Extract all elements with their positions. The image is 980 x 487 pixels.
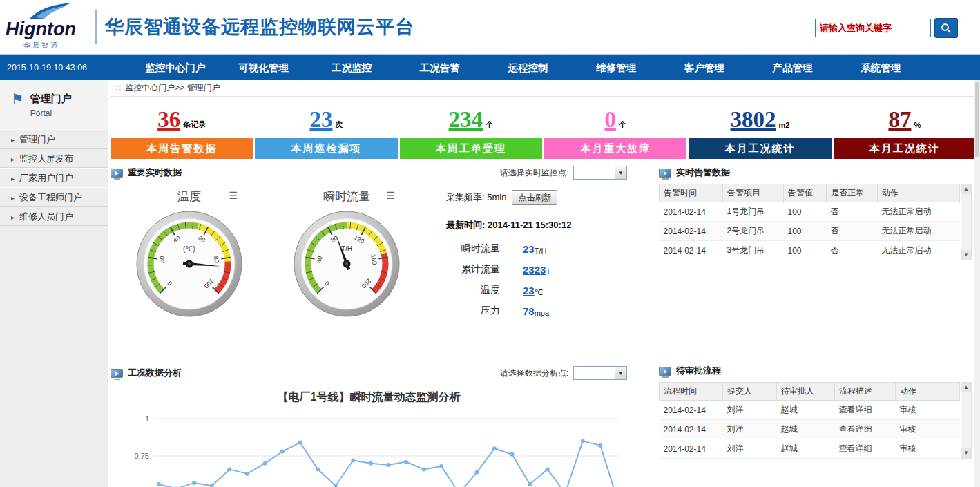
main-area: ∷ 监控中心门户>> 管理门户 36条记录本周告警数据23次本周巡检漏项234个… — [108, 80, 980, 487]
alarm-section-title: 实时告警数据 — [676, 166, 730, 179]
alarm-table-scrollbar[interactable]: ▲ ▼ — [961, 184, 972, 260]
nav-menu: 监控中心门户可视化管理工况监控工况告警远程控制维修管理客户管理产品管理系统管理 — [131, 61, 925, 75]
temperature-gauge: 温度 ☰ 020406080100(℃) — [111, 183, 268, 357]
analysis-point-selector: 请选择数据分析点: ▼ — [500, 366, 627, 380]
analysis-point-select[interactable]: ▼ — [573, 366, 627, 380]
main-nav: 2015-10-19 10:43:06 监控中心门户可视化管理工况监控工况告警远… — [0, 55, 980, 80]
svg-text:1: 1 — [145, 414, 149, 423]
portal-subtitle: Portal — [30, 108, 72, 118]
table-row[interactable]: 2014-02-142号龙门吊100否无法正常启动 — [660, 222, 960, 241]
flow-gauge: 瞬时流量 ☰ 04080120160200T/H — [268, 183, 425, 357]
nav-timestamp: 2015-10-19 10:43:06 — [0, 63, 131, 73]
column-header: 告警项目 — [723, 184, 784, 202]
reading-value[interactable]: 23 — [523, 243, 535, 255]
stat-value: 0 — [604, 108, 616, 131]
search-input[interactable] — [815, 19, 931, 37]
portal-title: 管理门户 — [30, 93, 72, 106]
nav-item[interactable]: 远程控制 — [484, 61, 573, 75]
svg-text:0.75: 0.75 — [135, 452, 149, 460]
sidebar-item[interactable]: ▸监控大屏发布 — [0, 149, 108, 168]
search-button[interactable] — [934, 18, 958, 38]
sidebar-item[interactable]: ▸厂家用户门户 — [0, 168, 108, 187]
approval-section-header: 待审批流程 — [659, 362, 972, 380]
left-column: 重要实时数据 请选择实时监控点: ▼ 温度 ☰ — [111, 164, 627, 487]
stat-label: 本月工况统计 — [834, 138, 976, 159]
stat-unit: 次 — [335, 120, 343, 130]
stat-value: 3802 — [731, 108, 776, 131]
stat-card[interactable]: 23次本周巡检漏项 — [255, 102, 397, 159]
sidebar-menu: ▸管理门户▸监控大屏发布▸厂家用户门户▸设备工程师门户▸维修人员门户 — [0, 129, 108, 226]
logo: Hignton 华辰智通 — [0, 2, 91, 52]
line-chart: 10.750.5value — [111, 405, 625, 487]
table-row[interactable]: 2014-02-14刘洋赵城查看详细审核 — [660, 401, 960, 420]
scroll-up-icon[interactable]: ▲ — [961, 184, 971, 194]
approval-section-title: 待审批流程 — [676, 365, 721, 377]
monitor-point-selector: 请选择实时监控点: ▼ — [500, 166, 627, 180]
monitor-icon — [659, 169, 671, 178]
nav-item[interactable]: 客户管理 — [660, 61, 749, 75]
latest-time: 最新时间: 2014-11-21 15:30:12 — [446, 219, 627, 238]
table-row[interactable]: 2014-02-14刘洋赵城查看详细审核 — [660, 439, 960, 459]
page-scrollbar-thumb[interactable] — [975, 82, 979, 157]
reading-value[interactable]: 23 — [523, 285, 535, 296]
nav-item[interactable]: 工况告警 — [396, 61, 484, 75]
temperature-gauge-dial: 020406080100(℃) — [134, 209, 244, 319]
column-header: 流程时间 — [660, 383, 723, 401]
sidebar-item[interactable]: ▸管理门户 — [0, 129, 108, 149]
table-row[interactable]: 2014-02-141号龙门吊100否无法正常启动 — [660, 202, 960, 222]
column-header: 流程描述 — [835, 383, 896, 401]
reading-value[interactable]: 2323 — [523, 264, 546, 276]
nav-item[interactable]: 监控中心门户 — [131, 61, 220, 75]
page-scrollbar[interactable] — [974, 80, 980, 487]
nav-item[interactable]: 维修管理 — [572, 61, 660, 75]
scroll-up-icon[interactable]: ▲ — [961, 383, 971, 392]
table-row[interactable]: 2014-02-143号龙门吊100否无法正常启动 — [660, 241, 960, 260]
sidebar: ⚑ 管理门户 Portal ▸管理门户▸监控大屏发布▸厂家用户门户▸设备工程师门… — [0, 80, 108, 487]
stat-card[interactable]: 36条记录本周告警数据 — [111, 102, 253, 159]
gauge-title: 温度 — [111, 189, 268, 204]
refresh-button[interactable]: 点击刷新 — [512, 190, 557, 205]
stat-value: 87 — [888, 108, 911, 131]
stat-card[interactable]: 3802m2本月工况统计 — [689, 102, 831, 159]
nav-item[interactable]: 可视化管理 — [220, 61, 308, 75]
arrow-icon: ▸ — [11, 194, 15, 202]
chart-menu-icon[interactable]: ☰ — [229, 190, 238, 201]
chevron-down-icon[interactable]: ▼ — [615, 367, 626, 379]
header-divider — [95, 10, 97, 44]
sidebar-item[interactable]: ▸设备工程师门户 — [0, 187, 108, 207]
content: ⚑ 管理门户 Portal ▸管理门户▸监控大屏发布▸厂家用户门户▸设备工程师门… — [0, 80, 980, 487]
chevron-down-icon[interactable]: ▼ — [615, 166, 626, 179]
nav-item[interactable]: 产品管理 — [749, 61, 837, 75]
stat-card[interactable]: 87%本月工况统计 — [834, 102, 976, 159]
reading-row: 瞬时流量23T/H — [446, 238, 593, 259]
column-header: 是否正常 — [827, 184, 878, 202]
monitor-icon — [659, 367, 671, 376]
chart-menu-icon[interactable]: ☰ — [386, 190, 395, 201]
stats-row: 36条记录本周告警数据23次本周巡检漏项234个本周工单受理0个本月重大故障38… — [111, 102, 976, 159]
stat-card[interactable]: 0个本月重大故障 — [544, 102, 686, 159]
svg-text:40: 40 — [316, 256, 323, 263]
stat-label: 本月重大故障 — [544, 138, 686, 159]
scroll-down-icon[interactable]: ▼ — [961, 448, 971, 458]
table-row[interactable]: 2014-02-14刘洋赵城查看详细审核 — [660, 420, 960, 439]
arrow-icon: ▸ — [11, 136, 15, 144]
chart-title: 【电厂1号线】瞬时流量动态监测分析 — [111, 390, 627, 405]
search-icon — [941, 23, 952, 34]
arrow-icon: ▸ — [11, 213, 15, 221]
stat-card[interactable]: 234个本周工单受理 — [400, 102, 542, 159]
approval-table: 流程时间提交人待审批人流程描述动作2014-02-14刘洋赵城查看详细审核201… — [659, 382, 960, 459]
nav-item[interactable]: 系统管理 — [836, 61, 925, 75]
arrow-icon: ▸ — [11, 155, 15, 163]
approval-table-scrollbar[interactable]: ▲ ▼ — [961, 382, 972, 459]
monitor-icon — [111, 169, 123, 178]
sidebar-item[interactable]: ▸维修人员门户 — [0, 207, 108, 226]
monitor-point-select[interactable]: ▼ — [573, 166, 627, 180]
frequency-label: 采集频率: 5min — [446, 191, 506, 204]
scroll-down-icon[interactable]: ▼ — [961, 250, 971, 260]
breadcrumb: ∷ 监控中心门户>> 管理门户 — [110, 80, 980, 97]
reading-value[interactable]: 78 — [523, 305, 535, 317]
readings: 瞬时流量23T/H累计流量2323T温度23℃压力78mpa — [446, 238, 593, 321]
column-header: 提交人 — [723, 383, 777, 401]
arrow-icon: ▸ — [11, 175, 15, 182]
nav-item[interactable]: 工况监控 — [307, 61, 396, 75]
